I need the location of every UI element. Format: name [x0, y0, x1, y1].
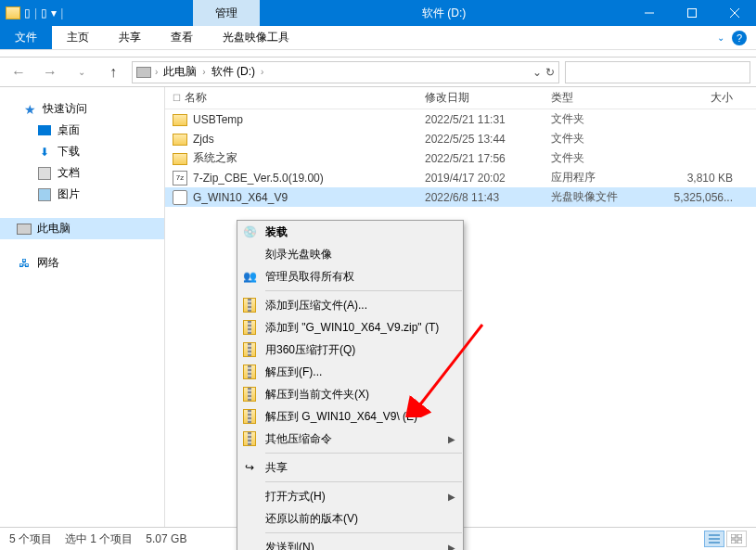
zip-icon: [241, 341, 258, 358]
status-size: 5.07 GB: [146, 532, 186, 545]
cm-extract-to[interactable]: 解压到(F)...: [237, 361, 463, 383]
crumb-pc[interactable]: 此电脑: [161, 64, 199, 80]
status-item-count: 5 个项目: [9, 531, 52, 547]
sidebar: ★快速访问 桌面 ⬇下载 文档 图片 此电脑 🖧网络: [0, 87, 165, 527]
zip-icon: [241, 319, 258, 336]
recent-button[interactable]: ⌄: [69, 60, 95, 84]
cm-extract-here[interactable]: 解压到当前文件夹(X): [237, 383, 463, 405]
desktop-icon: [37, 123, 52, 138]
qat-item[interactable]: ▯: [41, 6, 47, 19]
cm-send-to[interactable]: 发送到(N)▶: [237, 536, 463, 550]
folder-icon: [173, 134, 187, 146]
sidebar-network[interactable]: 🖧网络: [0, 252, 164, 274]
file-row[interactable]: Zjds 2022/5/25 13:44 文件夹: [165, 129, 756, 148]
ribbon-collapse-icon[interactable]: ⌄: [717, 32, 724, 43]
file-row[interactable]: 7z7-Zip_CBE_Ver.5.0(19.00) 2019/4/17 20:…: [165, 168, 756, 187]
file-row-selected[interactable]: G_WIN10_X64_V9 2022/6/8 11:43 光盘映像文件 5,3…: [165, 187, 756, 207]
back-button[interactable]: ←: [6, 60, 32, 84]
breadcrumb[interactable]: › 此电脑 › 软件 (D:) › ⌄ ↻: [132, 61, 559, 83]
zip-icon: [241, 430, 258, 447]
document-icon: [37, 166, 52, 181]
iso-icon: [173, 190, 187, 205]
cm-open-with[interactable]: 打开方式(H)▶: [237, 485, 463, 507]
cm-restore[interactable]: 还原以前的版本(V): [237, 507, 463, 530]
forward-button: →: [37, 60, 63, 84]
window-title: 软件 (D:): [260, 6, 628, 21]
cm-admin[interactable]: 👥管理员取得所有权: [237, 265, 463, 288]
col-date: 修改日期: [417, 90, 544, 106]
cm-add-archive[interactable]: 添加到压缩文件(A)...: [237, 294, 463, 316]
pc-icon: [136, 67, 151, 78]
context-tab-manage[interactable]: 管理: [193, 0, 260, 26]
tab-share[interactable]: 共享: [104, 26, 156, 49]
file-row[interactable]: USBTemp 2022/5/21 11:31 文件夹: [165, 109, 756, 129]
zip-icon: [241, 364, 258, 380]
zip-icon: [241, 297, 258, 313]
cm-extract-named[interactable]: 解压到 G_WIN10_X64_V9\ (E): [237, 405, 463, 428]
crumb-drive[interactable]: 软件 (D:): [210, 64, 257, 80]
svg-rect-1: [688, 9, 697, 18]
share-icon: ↪: [241, 459, 258, 476]
sidebar-this-pc[interactable]: 此电脑: [0, 218, 164, 239]
help-icon[interactable]: ?: [732, 31, 747, 45]
maximize-button[interactable]: [671, 0, 713, 26]
qat-item[interactable]: ▯: [24, 6, 31, 19]
zip-icon: [241, 408, 258, 425]
status-selected: 选中 1 个项目: [65, 531, 133, 547]
quick-access-toolbar: ▯ | ▯ ▾ |: [0, 6, 69, 19]
cm-share[interactable]: ↪共享: [237, 456, 463, 479]
context-menu: 💿装载 刻录光盘映像 👥管理员取得所有权 添加到压缩文件(A)... 添加到 "…: [237, 220, 464, 550]
disc-icon: 💿: [241, 224, 258, 240]
search-input[interactable]: [565, 61, 750, 83]
network-icon: 🖧: [17, 256, 32, 271]
sidebar-documents[interactable]: 文档: [0, 162, 164, 184]
cm-mount[interactable]: 💿装载: [237, 221, 463, 243]
file-row[interactable]: 系统之家 2022/5/21 17:56 文件夹: [165, 148, 756, 168]
cm-other-zip[interactable]: 其他压缩命令▶: [237, 428, 463, 450]
svg-rect-8: [731, 534, 736, 538]
column-headers[interactable]: ☐名称 修改日期 类型 大小: [165, 87, 756, 109]
cm-open-360[interactable]: 用360压缩打开(Q): [237, 339, 463, 361]
zip-icon: [241, 386, 258, 403]
download-icon: ⬇: [37, 145, 52, 160]
col-name: ☐名称: [165, 90, 417, 106]
folder-icon: [173, 114, 187, 126]
svg-rect-11: [737, 540, 742, 544]
ribbon-tabs: 文件 主页 共享 查看 光盘映像工具 ⌄ ?: [0, 26, 756, 50]
address-bar: ← → ⌄ ↑ › 此电脑 › 软件 (D:) › ⌄ ↻: [0, 58, 756, 87]
tab-disc-tool[interactable]: 光盘映像工具: [208, 26, 304, 49]
users-icon: 👥: [241, 268, 258, 285]
chevron-right-icon: ▶: [448, 434, 455, 444]
sidebar-pictures[interactable]: 图片: [0, 184, 164, 205]
sidebar-quick-access[interactable]: ★快速访问: [0, 98, 164, 120]
cm-burn[interactable]: 刻录光盘映像: [237, 243, 463, 265]
tab-view[interactable]: 查看: [156, 26, 208, 49]
cm-add-zip[interactable]: 添加到 "G_WIN10_X64_V9.zip" (T): [237, 316, 463, 339]
chevron-right-icon: ▶: [448, 543, 455, 551]
refresh-icon[interactable]: ↻: [545, 66, 555, 79]
pictures-icon: [37, 187, 52, 202]
svg-rect-9: [737, 534, 742, 538]
col-size: 大小: [642, 90, 740, 106]
sidebar-downloads[interactable]: ⬇下载: [0, 141, 164, 162]
tab-file[interactable]: 文件: [0, 26, 52, 49]
ribbon-area: [0, 50, 756, 58]
sidebar-desktop[interactable]: 桌面: [0, 120, 164, 141]
svg-rect-10: [731, 540, 736, 544]
up-button[interactable]: ↑: [100, 60, 126, 84]
close-button[interactable]: [713, 0, 756, 26]
address-dropdown-icon[interactable]: ⌄: [532, 66, 542, 79]
col-type: 类型: [544, 90, 642, 106]
pc-icon: [17, 222, 32, 237]
icons-view-button[interactable]: [726, 531, 747, 547]
minimize-button[interactable]: [628, 0, 671, 26]
app-icon: 7z: [173, 171, 187, 185]
tab-home[interactable]: 主页: [52, 26, 104, 49]
titlebar: ▯ | ▯ ▾ | 管理 软件 (D:): [0, 0, 756, 26]
details-view-button[interactable]: [704, 531, 724, 547]
chevron-right-icon: ▶: [448, 492, 455, 502]
folder-icon: [6, 6, 20, 19]
qat-overflow[interactable]: ▾: [51, 6, 57, 19]
folder-icon: [173, 153, 187, 165]
star-icon: ★: [22, 102, 37, 117]
